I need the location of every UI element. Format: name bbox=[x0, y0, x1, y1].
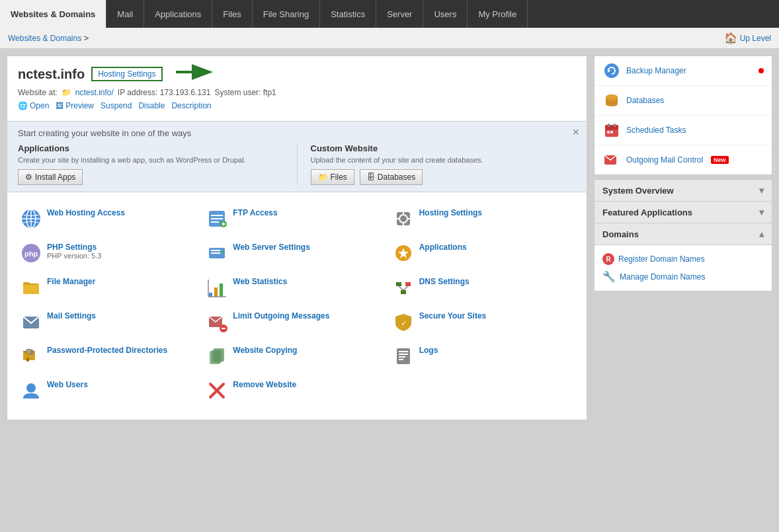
logs-link[interactable]: Logs bbox=[419, 346, 438, 355]
link-text: Applications bbox=[419, 243, 467, 252]
remove-website-link[interactable]: Remove Website bbox=[233, 380, 296, 389]
preview-link[interactable]: 🖼 Preview bbox=[56, 101, 94, 110]
banner-custom-section: Custom Website Upload the content of you… bbox=[311, 143, 577, 185]
link-text: Website Copying bbox=[233, 346, 297, 355]
tab-mail[interactable]: Mail bbox=[106, 0, 144, 28]
svg-rect-31 bbox=[396, 282, 401, 286]
start-banner: Start creating your website in one of th… bbox=[7, 122, 587, 192]
link-text: PHP Settings PHP version: 5.3 bbox=[47, 243, 101, 260]
svg-text:php: php bbox=[24, 250, 38, 258]
links-row-4: Mail Settings Limit Outgoing Messages bbox=[18, 306, 576, 338]
mail-settings-link[interactable]: Mail Settings bbox=[47, 311, 96, 321]
web-server-settings-link[interactable]: Web Server Settings bbox=[233, 243, 309, 252]
banner-custom-desc: Upload the content of your site and crea… bbox=[311, 156, 577, 164]
domain-card: nctest.info Hosting Settings Website at:… bbox=[7, 56, 587, 122]
breadcrumb-link[interactable]: Websites & Domains bbox=[8, 34, 81, 43]
disable-link[interactable]: Disable bbox=[138, 101, 165, 110]
ftp-access-link[interactable]: FTP Access bbox=[233, 208, 277, 217]
tab-applications[interactable]: Applications bbox=[144, 0, 212, 28]
domains-label: Domains bbox=[602, 229, 639, 239]
list-item: Web Server Settings bbox=[204, 237, 390, 269]
list-item: Website Copying bbox=[204, 340, 390, 372]
system-overview-header[interactable]: System Overview ▾ bbox=[594, 179, 772, 202]
website-url-link[interactable]: nctest.info/ bbox=[75, 88, 114, 97]
dns-settings-link[interactable]: DNS Settings bbox=[419, 277, 470, 286]
chevron-up-icon: ▴ bbox=[759, 229, 764, 239]
link-text: FTP Access bbox=[233, 208, 277, 217]
web-hosting-access-link[interactable]: Web Hosting Access bbox=[47, 208, 125, 217]
featured-applications-header[interactable]: Featured Applications ▾ bbox=[594, 202, 772, 223]
install-apps-button[interactable]: ⚙ Install Apps bbox=[18, 169, 83, 185]
databases-button[interactable]: 🗄 Databases bbox=[360, 169, 423, 185]
svg-point-52 bbox=[26, 383, 36, 393]
web-users-link[interactable]: Web Users bbox=[47, 380, 88, 389]
register-icon: R bbox=[602, 253, 614, 265]
tab-server[interactable]: Server bbox=[376, 0, 423, 28]
applications-link[interactable]: Applications bbox=[419, 243, 467, 252]
up-level-link[interactable]: 🏠 Up Level bbox=[724, 32, 771, 44]
description-link[interactable]: Description bbox=[171, 101, 211, 110]
scheduled-tasks-link[interactable]: Scheduled Tasks bbox=[626, 126, 686, 135]
tab-statistics[interactable]: Statistics bbox=[320, 0, 376, 28]
domains-header[interactable]: Domains ▴ bbox=[594, 223, 772, 245]
web-statistics-link[interactable]: Web Statistics bbox=[233, 277, 287, 286]
outgoing-mail-control-link[interactable]: Outgoing Mail Control bbox=[626, 155, 703, 165]
banner-applications-title: Applications bbox=[18, 143, 284, 153]
suspend-link[interactable]: Suspend bbox=[101, 101, 132, 110]
secure-sites-link[interactable]: Secure Your Sites bbox=[419, 311, 487, 321]
php-settings-link[interactable]: PHP Settings bbox=[47, 243, 101, 252]
tab-websites-domains[interactable]: Websites & Domains bbox=[0, 0, 106, 28]
domain-header: nctest.info Hosting Settings bbox=[18, 64, 576, 84]
list-item: Logs bbox=[390, 340, 576, 372]
list-item: Password-Protected Directories bbox=[18, 340, 204, 372]
banner-applications-desc: Create your site by installing a web app… bbox=[18, 156, 284, 164]
files-button[interactable]: 📁 Files bbox=[311, 169, 354, 185]
banner-applications-section: Applications Create your site by install… bbox=[18, 143, 284, 185]
password-protected-link[interactable]: Password-Protected Directories bbox=[47, 346, 167, 355]
file-manager-link[interactable]: File Manager bbox=[47, 277, 95, 286]
register-domain-link[interactable]: Register Domain Names bbox=[618, 254, 705, 264]
svg-rect-26 bbox=[209, 293, 212, 297]
backup-icon bbox=[602, 61, 621, 80]
link-text: Secure Your Sites bbox=[419, 311, 487, 321]
svg-rect-8 bbox=[211, 221, 219, 223]
folder-icon bbox=[20, 277, 42, 298]
notification-dot bbox=[758, 68, 764, 73]
open-link[interactable]: 🌐 Open bbox=[18, 101, 49, 110]
backup-manager-link[interactable]: Backup Manager bbox=[626, 66, 686, 75]
website-copying-link[interactable]: Website Copying bbox=[233, 346, 297, 355]
remove-icon bbox=[206, 380, 227, 401]
svg-rect-64 bbox=[610, 131, 613, 133]
arrow-indicator bbox=[173, 64, 213, 84]
list-item: php PHP Settings PHP version: 5.3 bbox=[18, 237, 204, 269]
chart-icon bbox=[206, 277, 227, 298]
banner-close-button[interactable]: ✕ bbox=[572, 127, 580, 137]
list-item: File Manager bbox=[18, 272, 204, 303]
breadcrumb-bar: Websites & Domains > 🏠 Up Level bbox=[0, 28, 779, 49]
register-domain-item: R Register Domain Names bbox=[602, 250, 764, 268]
hosting-settings-button[interactable]: Hosting Settings bbox=[91, 67, 162, 81]
banner-content: Applications Create your site by install… bbox=[18, 143, 576, 185]
right-sidebar: Backup Manager Databases bbox=[594, 56, 772, 532]
databases-link[interactable]: Databases bbox=[626, 96, 664, 105]
svg-rect-62 bbox=[614, 124, 616, 127]
tab-my-profile[interactable]: My Profile bbox=[468, 0, 528, 28]
ip-address: IP address: 173.193.6.131 bbox=[118, 88, 211, 97]
gear-icon: ⚙ bbox=[25, 172, 32, 182]
links-row-3: File Manager Web Statisti bbox=[18, 272, 576, 303]
tab-file-sharing[interactable]: File Sharing bbox=[253, 0, 320, 28]
hosting-settings-link[interactable]: Hosting Settings bbox=[419, 208, 482, 217]
svg-text:✓: ✓ bbox=[401, 319, 407, 327]
tab-files[interactable]: Files bbox=[212, 0, 252, 28]
links-row-1: Web Hosting Access bbox=[18, 203, 576, 235]
manage-domain-link[interactable]: Manage Domain Names bbox=[620, 272, 705, 282]
tab-users[interactable]: Users bbox=[423, 0, 468, 28]
limit-outgoing-link[interactable]: Limit Outgoing Messages bbox=[233, 311, 329, 321]
mail-ctrl-icon bbox=[602, 151, 621, 169]
links-row-2: php PHP Settings PHP version: 5.3 bbox=[18, 237, 576, 269]
secure-icon: ✓ bbox=[393, 311, 414, 332]
svg-rect-33 bbox=[401, 290, 406, 294]
db-icon bbox=[602, 91, 621, 110]
link-text: Web Users bbox=[47, 380, 88, 389]
svg-rect-42 bbox=[26, 358, 29, 361]
